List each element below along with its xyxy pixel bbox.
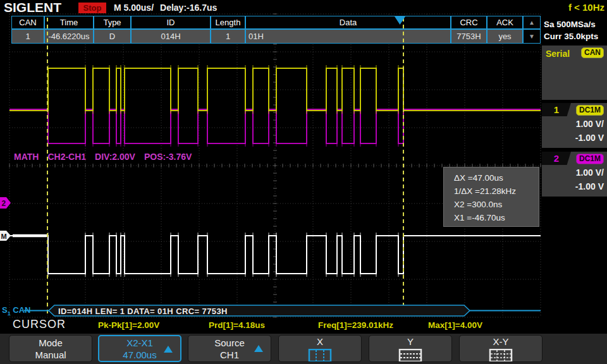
cell-time: -46.6220us: [44, 29, 94, 44]
cell-length: 1: [211, 29, 245, 44]
cell-frame-index: 1: [11, 29, 44, 44]
math-scale: DIV:2.00V: [95, 152, 135, 162]
col-header-ack: ACK: [487, 16, 523, 29]
col-header-can: CAN: [11, 16, 44, 29]
bus-protocol-label: CAN: [13, 305, 30, 315]
cell-ack: yes: [487, 29, 523, 44]
col-header-type: Type: [94, 16, 131, 29]
can-decode-table: CAN Time Type ID Length Data CRC ACK ▲ 1…: [11, 16, 541, 44]
graticule-grid: [9, 14, 541, 317]
bus-source-letter: S: [2, 305, 8, 315]
cell-crc: 7753H: [451, 29, 487, 44]
cursor-delta-x: ΔX =47.00us: [454, 171, 539, 185]
col-header-id: ID: [131, 16, 211, 29]
math-channel-readout: MATHCH2-CH1DIV:2.00VPOS:-3.76V: [14, 152, 200, 162]
math-position: POS:-3.76V: [144, 152, 192, 162]
cursor-x1-value: X1 =-46.70us: [454, 211, 539, 224]
math-label: MATH: [14, 152, 39, 162]
col-header-length: Length: [211, 16, 245, 29]
col-header-time: Time: [44, 16, 94, 29]
cursor-x2-value: X2 =300.0ns: [454, 198, 539, 211]
cell-id: 014H: [131, 29, 211, 44]
table-scroll-up-button[interactable]: ▲: [523, 16, 541, 29]
col-header-data: Data: [245, 16, 451, 29]
cell-type: D: [94, 29, 131, 44]
cursor-inverse-dx: 1/ΔX =21.28kHz: [454, 185, 539, 198]
cursor-readout-box: ΔX =47.00us 1/ΔX =21.28kHz X2 =300.0ns X…: [443, 167, 539, 227]
bus-source-label: S1 CAN: [2, 305, 30, 317]
math-expression: CH2-CH1: [47, 152, 86, 162]
bus-source-number: 1: [8, 310, 11, 317]
oscilloscope-screen: SIGLENT Stop M 5.00us/Delay:-16.7us f < …: [0, 0, 607, 364]
cell-data: 01H: [245, 29, 451, 44]
table-scroll-down-button[interactable]: ▼: [523, 29, 541, 44]
col-header-crc: CRC: [451, 16, 487, 29]
